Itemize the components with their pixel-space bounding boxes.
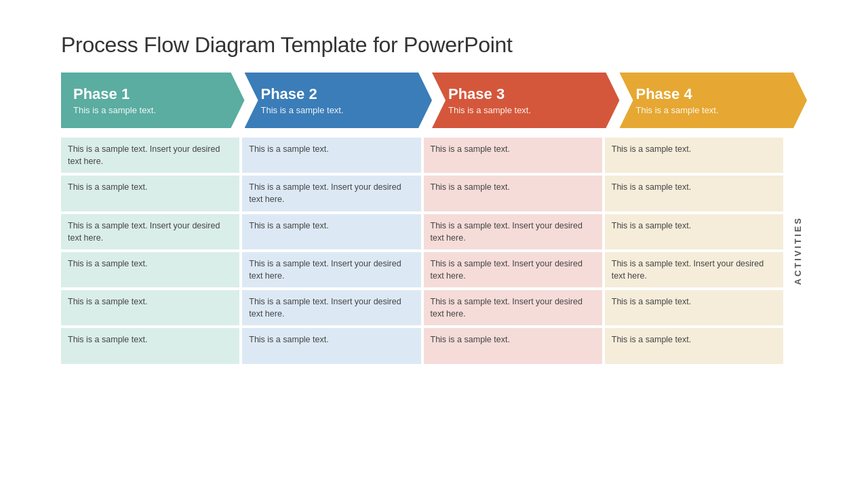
- grid-cell-r6-c4: This is a sample text.: [605, 328, 783, 363]
- phase-title-1: Phase 1: [73, 85, 231, 103]
- grid-cell-r4-c3: This is a sample text. Insert your desir…: [424, 252, 602, 287]
- grid-cell-r5-c4: This is a sample text.: [605, 290, 783, 325]
- grid-cell-r5-c1: This is a sample text.: [61, 290, 239, 325]
- activities-label: ACTIVITIES: [789, 138, 807, 364]
- grid-cell-r2-c4: This is a sample text.: [605, 176, 783, 211]
- grid-cell-r6-c3: This is a sample text.: [424, 328, 602, 363]
- phase-arrow-4: Phase 4 This is a sample text.: [620, 73, 808, 128]
- grid-cell-r2-c1: This is a sample text.: [61, 176, 239, 211]
- page-title: Process Flow Diagram Template for PowerP…: [61, 33, 807, 58]
- grid-cell-r1-c3: This is a sample text.: [424, 138, 602, 173]
- grid-cell-r6-c2: This is a sample text.: [242, 328, 420, 363]
- grid-cell-r4-c1: This is a sample text.: [61, 252, 239, 287]
- phase-arrow-2: Phase 2 This is a sample text.: [245, 73, 433, 128]
- phase-arrow-3: Phase 3 This is a sample text.: [432, 73, 620, 128]
- grid-cell-r6-c1: This is a sample text.: [61, 328, 239, 363]
- content-area: Phase 1 This is a sample text. Phase 2 T…: [61, 73, 807, 364]
- phase-sub-4: This is a sample text.: [636, 105, 794, 115]
- phases-row: Phase 1 This is a sample text. Phase 2 T…: [61, 73, 807, 128]
- phase-sub-3: This is a sample text.: [448, 105, 606, 115]
- slide: Process Flow Diagram Template for PowerP…: [34, 14, 834, 474]
- grid-cell-r2-c2: This is a sample text. Insert your desir…: [242, 176, 420, 211]
- phase-arrow-1: Phase 1 This is a sample text.: [61, 73, 245, 128]
- phase-sub-1: This is a sample text.: [73, 105, 231, 115]
- grid-cell-r2-c3: This is a sample text.: [424, 176, 602, 211]
- grid-cell-r5-c2: This is a sample text. Insert your desir…: [242, 290, 420, 325]
- grid-cell-r4-c2: This is a sample text. Insert your desir…: [242, 252, 420, 287]
- grid-table: This is a sample text. Insert your desir…: [61, 138, 783, 364]
- grid-cell-r5-c3: This is a sample text. Insert your desir…: [424, 290, 602, 325]
- grid-cell-r1-c1: This is a sample text. Insert your desir…: [61, 138, 239, 173]
- grid-cell-r1-c4: This is a sample text.: [605, 138, 783, 173]
- grid-cell-r1-c2: This is a sample text.: [242, 138, 420, 173]
- grid-cell-r3-c4: This is a sample text.: [605, 214, 783, 249]
- bottom-area: This is a sample text. Insert your desir…: [61, 138, 807, 364]
- phase-title-2: Phase 2: [261, 85, 419, 103]
- grid-cell-r3-c1: This is a sample text. Insert your desir…: [61, 214, 239, 249]
- grid-cell-r3-c2: This is a sample text.: [242, 214, 420, 249]
- grid-cell-r3-c3: This is a sample text. Insert your desir…: [424, 214, 602, 249]
- phase-title-3: Phase 3: [448, 85, 606, 103]
- phase-title-4: Phase 4: [636, 85, 794, 103]
- phase-sub-2: This is a sample text.: [261, 105, 419, 115]
- grid-cell-r4-c4: This is a sample text. Insert your desir…: [605, 252, 783, 287]
